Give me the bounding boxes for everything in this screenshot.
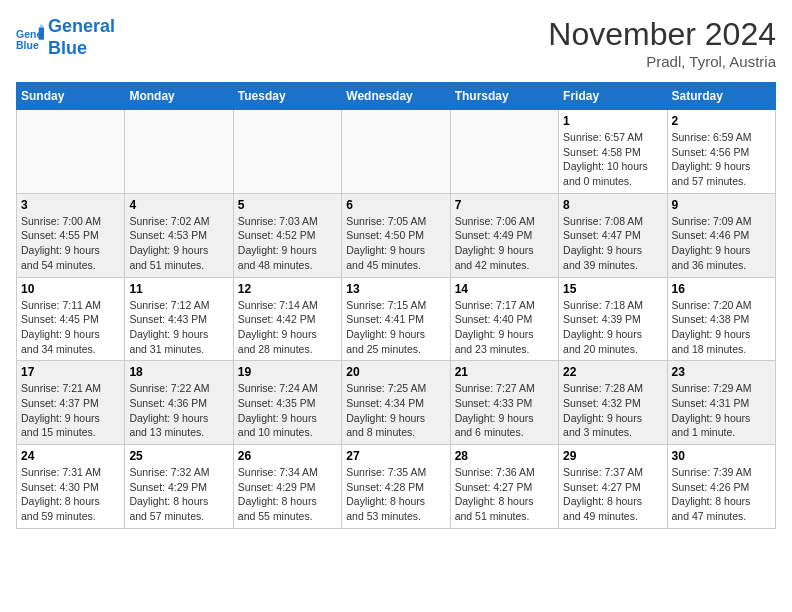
title-block: November 2024 Pradl, Tyrol, Austria <box>548 16 776 70</box>
day-info: Sunrise: 7:32 AMSunset: 4:29 PMDaylight:… <box>129 465 228 524</box>
day-number: 21 <box>455 365 554 379</box>
calendar-cell: 7Sunrise: 7:06 AMSunset: 4:49 PMDaylight… <box>450 193 558 277</box>
day-info: Sunrise: 7:05 AMSunset: 4:50 PMDaylight:… <box>346 214 445 273</box>
svg-marker-3 <box>41 24 45 28</box>
calendar-cell: 1Sunrise: 6:57 AMSunset: 4:58 PMDaylight… <box>559 110 667 194</box>
calendar-cell: 20Sunrise: 7:25 AMSunset: 4:34 PMDayligh… <box>342 361 450 445</box>
weekday-header-wednesday: Wednesday <box>342 83 450 110</box>
logo-blue: Blue <box>48 38 115 60</box>
calendar-cell: 14Sunrise: 7:17 AMSunset: 4:40 PMDayligh… <box>450 277 558 361</box>
calendar-cell: 24Sunrise: 7:31 AMSunset: 4:30 PMDayligh… <box>17 445 125 529</box>
day-info: Sunrise: 7:17 AMSunset: 4:40 PMDaylight:… <box>455 298 554 357</box>
day-info: Sunrise: 7:29 AMSunset: 4:31 PMDaylight:… <box>672 381 771 440</box>
svg-text:Blue: Blue <box>16 38 39 50</box>
day-info: Sunrise: 7:39 AMSunset: 4:26 PMDaylight:… <box>672 465 771 524</box>
calendar-week-3: 17Sunrise: 7:21 AMSunset: 4:37 PMDayligh… <box>17 361 776 445</box>
day-info: Sunrise: 7:31 AMSunset: 4:30 PMDaylight:… <box>21 465 120 524</box>
day-number: 2 <box>672 114 771 128</box>
day-number: 3 <box>21 198 120 212</box>
calendar-cell: 21Sunrise: 7:27 AMSunset: 4:33 PMDayligh… <box>450 361 558 445</box>
calendar-cell: 3Sunrise: 7:00 AMSunset: 4:55 PMDaylight… <box>17 193 125 277</box>
calendar-cell: 19Sunrise: 7:24 AMSunset: 4:35 PMDayligh… <box>233 361 341 445</box>
day-number: 1 <box>563 114 662 128</box>
calendar-cell: 4Sunrise: 7:02 AMSunset: 4:53 PMDaylight… <box>125 193 233 277</box>
day-info: Sunrise: 7:12 AMSunset: 4:43 PMDaylight:… <box>129 298 228 357</box>
weekday-header-saturday: Saturday <box>667 83 775 110</box>
day-number: 7 <box>455 198 554 212</box>
day-info: Sunrise: 7:34 AMSunset: 4:29 PMDaylight:… <box>238 465 337 524</box>
day-number: 4 <box>129 198 228 212</box>
calendar-cell <box>125 110 233 194</box>
calendar-week-4: 24Sunrise: 7:31 AMSunset: 4:30 PMDayligh… <box>17 445 776 529</box>
day-info: Sunrise: 7:24 AMSunset: 4:35 PMDaylight:… <box>238 381 337 440</box>
day-number: 28 <box>455 449 554 463</box>
day-number: 11 <box>129 282 228 296</box>
weekday-header-thursday: Thursday <box>450 83 558 110</box>
month-title: November 2024 <box>548 16 776 53</box>
calendar-cell: 11Sunrise: 7:12 AMSunset: 4:43 PMDayligh… <box>125 277 233 361</box>
day-number: 13 <box>346 282 445 296</box>
calendar-cell: 29Sunrise: 7:37 AMSunset: 4:27 PMDayligh… <box>559 445 667 529</box>
calendar-cell: 12Sunrise: 7:14 AMSunset: 4:42 PMDayligh… <box>233 277 341 361</box>
day-number: 24 <box>21 449 120 463</box>
day-info: Sunrise: 7:25 AMSunset: 4:34 PMDaylight:… <box>346 381 445 440</box>
day-info: Sunrise: 7:18 AMSunset: 4:39 PMDaylight:… <box>563 298 662 357</box>
calendar-cell: 18Sunrise: 7:22 AMSunset: 4:36 PMDayligh… <box>125 361 233 445</box>
day-number: 20 <box>346 365 445 379</box>
day-info: Sunrise: 7:11 AMSunset: 4:45 PMDaylight:… <box>21 298 120 357</box>
weekday-header-sunday: Sunday <box>17 83 125 110</box>
calendar-week-1: 3Sunrise: 7:00 AMSunset: 4:55 PMDaylight… <box>17 193 776 277</box>
calendar-cell <box>17 110 125 194</box>
calendar-cell: 13Sunrise: 7:15 AMSunset: 4:41 PMDayligh… <box>342 277 450 361</box>
weekday-header-tuesday: Tuesday <box>233 83 341 110</box>
calendar-cell: 16Sunrise: 7:20 AMSunset: 4:38 PMDayligh… <box>667 277 775 361</box>
day-info: Sunrise: 7:21 AMSunset: 4:37 PMDaylight:… <box>21 381 120 440</box>
logo-icon: General Blue <box>16 24 44 52</box>
location-subtitle: Pradl, Tyrol, Austria <box>548 53 776 70</box>
calendar-cell: 6Sunrise: 7:05 AMSunset: 4:50 PMDaylight… <box>342 193 450 277</box>
calendar-cell: 15Sunrise: 7:18 AMSunset: 4:39 PMDayligh… <box>559 277 667 361</box>
day-info: Sunrise: 7:14 AMSunset: 4:42 PMDaylight:… <box>238 298 337 357</box>
logo-general: General <box>48 16 115 38</box>
day-number: 19 <box>238 365 337 379</box>
calendar-table: SundayMondayTuesdayWednesdayThursdayFrid… <box>16 82 776 529</box>
calendar-cell <box>233 110 341 194</box>
day-info: Sunrise: 6:57 AMSunset: 4:58 PMDaylight:… <box>563 130 662 189</box>
day-info: Sunrise: 7:03 AMSunset: 4:52 PMDaylight:… <box>238 214 337 273</box>
day-number: 30 <box>672 449 771 463</box>
calendar-cell: 10Sunrise: 7:11 AMSunset: 4:45 PMDayligh… <box>17 277 125 361</box>
calendar-header-row: SundayMondayTuesdayWednesdayThursdayFrid… <box>17 83 776 110</box>
day-number: 23 <box>672 365 771 379</box>
day-number: 16 <box>672 282 771 296</box>
day-number: 6 <box>346 198 445 212</box>
day-number: 26 <box>238 449 337 463</box>
calendar-cell: 17Sunrise: 7:21 AMSunset: 4:37 PMDayligh… <box>17 361 125 445</box>
calendar-cell: 25Sunrise: 7:32 AMSunset: 4:29 PMDayligh… <box>125 445 233 529</box>
day-info: Sunrise: 7:20 AMSunset: 4:38 PMDaylight:… <box>672 298 771 357</box>
calendar-week-2: 10Sunrise: 7:11 AMSunset: 4:45 PMDayligh… <box>17 277 776 361</box>
day-number: 29 <box>563 449 662 463</box>
day-number: 10 <box>21 282 120 296</box>
day-number: 17 <box>21 365 120 379</box>
day-info: Sunrise: 7:06 AMSunset: 4:49 PMDaylight:… <box>455 214 554 273</box>
day-number: 15 <box>563 282 662 296</box>
day-number: 12 <box>238 282 337 296</box>
calendar-cell: 27Sunrise: 7:35 AMSunset: 4:28 PMDayligh… <box>342 445 450 529</box>
calendar-cell: 2Sunrise: 6:59 AMSunset: 4:56 PMDaylight… <box>667 110 775 194</box>
day-number: 9 <box>672 198 771 212</box>
day-number: 22 <box>563 365 662 379</box>
day-info: Sunrise: 7:22 AMSunset: 4:36 PMDaylight:… <box>129 381 228 440</box>
day-info: Sunrise: 7:08 AMSunset: 4:47 PMDaylight:… <box>563 214 662 273</box>
day-info: Sunrise: 7:28 AMSunset: 4:32 PMDaylight:… <box>563 381 662 440</box>
calendar-cell: 8Sunrise: 7:08 AMSunset: 4:47 PMDaylight… <box>559 193 667 277</box>
day-number: 5 <box>238 198 337 212</box>
day-number: 14 <box>455 282 554 296</box>
day-info: Sunrise: 7:00 AMSunset: 4:55 PMDaylight:… <box>21 214 120 273</box>
logo: General Blue General Blue <box>16 16 115 59</box>
day-info: Sunrise: 6:59 AMSunset: 4:56 PMDaylight:… <box>672 130 771 189</box>
day-info: Sunrise: 7:35 AMSunset: 4:28 PMDaylight:… <box>346 465 445 524</box>
calendar-cell: 26Sunrise: 7:34 AMSunset: 4:29 PMDayligh… <box>233 445 341 529</box>
day-number: 27 <box>346 449 445 463</box>
calendar-week-0: 1Sunrise: 6:57 AMSunset: 4:58 PMDaylight… <box>17 110 776 194</box>
calendar-cell: 30Sunrise: 7:39 AMSunset: 4:26 PMDayligh… <box>667 445 775 529</box>
